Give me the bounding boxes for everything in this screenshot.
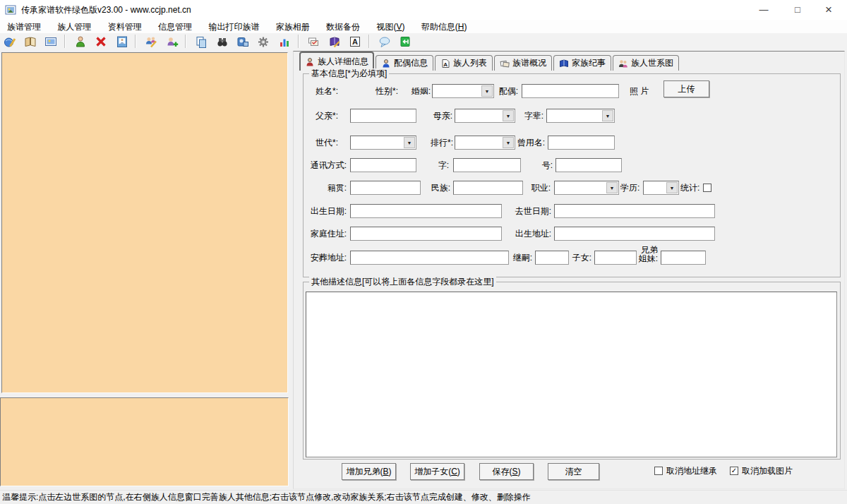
chevron-down-icon[interactable]: ▼ [606,182,618,193]
photo-viewer-icon[interactable] [42,34,60,50]
window-title: 传承家谱软件绿色版v23.00 - www.ccjp.net.cn [21,0,191,20]
media-icon[interactable] [234,34,251,50]
other-info-textarea[interactable] [306,292,837,457]
tab-lineage-chart[interactable]: 族人世系图 [613,55,679,71]
statistics-label: 统计: [680,183,702,193]
death-date-label: 去世日期: [508,206,551,216]
basic-info-group: 基本信息[*为必填项] 姓名*: 性别*: 婚姻: ▼ 配偶: 照 片 上传 父… [303,73,841,277]
clear-button[interactable]: 清空 [548,463,599,480]
chronicle-book-icon [559,59,569,68]
former-name-label: 曾用名: [508,138,545,148]
chevron-down-icon[interactable]: ▼ [503,110,514,121]
burial-address-input[interactable] [350,251,509,265]
statistics-checkbox[interactable] [703,184,711,192]
other-info-group: 其他描述信息[可以将上面各信息字段都录在这里] [303,282,841,460]
birth-date-input[interactable] [350,204,502,218]
font-icon[interactable]: A [347,34,364,50]
spouse-icon [381,59,391,68]
add-member-icon[interactable] [163,34,181,50]
home-address-label: 家庭住址: [304,229,347,239]
settings-gear-icon[interactable] [255,34,272,50]
delete-icon[interactable] [92,34,110,50]
rank-select[interactable]: ▼ [455,136,515,150]
cancel-address-inherit-checkbox[interactable] [654,467,663,475]
tab-member-list[interactable]: A 族人列表 [435,55,493,71]
lineage-overview-panel[interactable] [0,397,289,486]
maximize-button[interactable]: □ [782,0,813,20]
cancel-load-image-checkbox[interactable]: ✓ [730,467,738,475]
basic-info-legend: 基本信息[*为必填项] [309,68,389,78]
member-card-icon[interactable] [113,34,131,50]
birth-date-label: 出生日期: [304,206,347,216]
death-date-input[interactable] [554,204,715,218]
svg-text:A: A [352,37,358,46]
menu-bar: 族谱管理 族人管理 资料管理 信息管理 输出打印族谱 家族相册 数据备份 视图(… [0,20,847,33]
exit-icon[interactable] [397,34,414,50]
generation-select[interactable]: ▼ [350,136,416,150]
main-area: 族人详细信息 配偶信息 A 族人列表 族谱概况 家族纪事 族人世系图 [0,51,847,490]
education-label: 学历: [620,183,642,193]
add-person-icon[interactable] [71,34,89,50]
app-logo-icon [5,4,16,16]
open-book-icon[interactable] [21,34,39,50]
close-button[interactable]: × [813,0,844,20]
mother-select[interactable]: ▼ [455,109,515,123]
ethnicity-input[interactable] [453,181,523,195]
print-cards-icon[interactable] [305,34,323,50]
heir-label: 继嗣: [511,253,532,263]
edit-members-icon[interactable] [143,34,160,50]
toolbar-separator [64,35,66,48]
burial-address-label: 安葬地址: [304,253,347,263]
spouse-label: 配偶: [491,86,518,96]
search-globe-icon[interactable] [1,34,18,50]
children-input[interactable] [594,251,637,265]
write-book-icon[interactable] [325,34,343,50]
toolbar-separator [298,35,299,48]
binoculars-search-icon[interactable] [213,34,231,50]
status-bar: 温馨提示:点击左边世系图的节点,在右侧族人信息窗口完善族人其他信息;右击该节点修… [0,490,847,504]
comments-icon[interactable] [376,34,393,50]
svg-text:A: A [443,61,447,67]
occupation-select[interactable]: ▼ [554,181,619,195]
spouse-input[interactable] [522,84,619,98]
minimize-button[interactable]: — [748,0,779,20]
add-child-button[interactable]: 增加子女(C) [410,463,464,480]
zibei-select[interactable]: ▼ [546,109,615,123]
list-doc-icon: A [440,59,450,68]
hao-input[interactable] [555,158,622,172]
marriage-select[interactable]: ▼ [432,84,494,98]
statistics-chart-icon[interactable] [275,34,293,50]
siblings-label: 兄弟姐妹: [632,246,658,263]
father-label: 父亲*: [304,111,338,121]
birth-address-label: 出生地址: [508,229,551,239]
person-detail-icon [305,57,315,67]
native-place-input[interactable] [350,181,421,195]
contact-input[interactable] [350,158,416,172]
contact-label: 通讯方式: [304,160,347,170]
chevron-down-icon[interactable]: ▼ [404,137,415,148]
save-button[interactable]: 保存(S) [479,463,534,480]
chevron-down-icon[interactable]: ▼ [602,110,613,121]
home-address-input[interactable] [350,227,502,241]
father-input[interactable] [350,109,416,123]
hao-label: 号: [526,160,553,170]
heir-input[interactable] [535,251,569,265]
tab-family-chronicle[interactable]: 家族纪事 [553,55,611,71]
copy-icon[interactable] [193,34,210,50]
upload-button[interactable]: 上传 [663,80,709,97]
chevron-down-icon[interactable]: ▼ [666,182,678,193]
member-detail-panel: 族人详细信息 配偶信息 A 族人列表 族谱概况 家族纪事 族人世系图 [293,51,845,489]
children-label: 子女: [572,253,591,263]
lineage-people-icon [618,59,628,68]
education-select[interactable]: ▼ [643,181,679,195]
former-name-input[interactable] [548,136,615,150]
siblings-input[interactable] [661,251,706,265]
tab-genealogy-overview[interactable]: 族谱概况 [494,55,552,71]
birth-address-input[interactable] [554,227,715,241]
tab-member-details[interactable]: 族人详细信息 [299,52,374,71]
toolbar-separator [185,35,186,48]
add-sibling-button[interactable]: 增加兄弟(B) [342,463,396,480]
zi-input[interactable] [453,158,521,172]
generation-label: 世代*: [304,138,338,148]
lineage-tree-panel[interactable] [1,52,288,393]
